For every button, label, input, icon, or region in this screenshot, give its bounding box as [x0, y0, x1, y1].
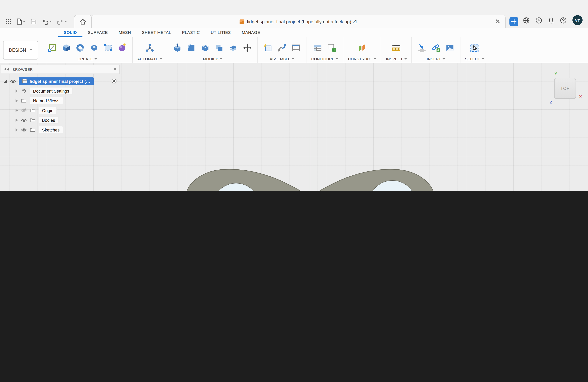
gear-icon	[21, 88, 27, 93]
collapsed-caret-icon[interactable]	[16, 118, 18, 122]
job-status-clock-icon[interactable]	[536, 17, 542, 23]
group-assemble-dropdown[interactable]: ASSEMBLE	[263, 56, 302, 62]
insert-derive-icon[interactable]	[416, 42, 427, 53]
notifications-bell-icon[interactable]	[548, 17, 554, 23]
dropdown-caret	[160, 58, 162, 59]
group-create-dropdown[interactable]: CREATE	[47, 56, 127, 62]
workspace-switcher[interactable]: DESIGN	[3, 41, 38, 59]
folder-icon	[21, 98, 27, 103]
group-select-dropdown[interactable]: SELECT	[465, 56, 484, 62]
ribbon-tabs: SOLID SURFACE MESH SHEET METAL PLASTIC U…	[0, 28, 588, 37]
undo-icon[interactable]	[42, 19, 52, 25]
insert-link-icon[interactable]	[430, 42, 441, 53]
group-modify-dropdown[interactable]: MODIFY	[172, 56, 253, 62]
tab-manage[interactable]: MANAGE	[236, 28, 266, 37]
group-label: INSPECT	[386, 57, 403, 61]
group-label: ASSEMBLE	[270, 57, 291, 61]
group-select: SELECT	[460, 37, 489, 63]
group-configure-dropdown[interactable]: CONFIGURE	[311, 56, 338, 62]
document-tab[interactable]: fidget spinner final project (hopefully …	[91, 15, 505, 28]
save-icon[interactable]	[30, 19, 37, 25]
configure-icon[interactable]	[313, 42, 323, 53]
create-box-icon[interactable]	[61, 42, 72, 53]
joint-icon[interactable]	[277, 42, 288, 53]
configuration-table-icon[interactable]	[326, 42, 337, 53]
fillet-icon[interactable]	[186, 42, 197, 53]
browser-item-document-settings[interactable]: Document Settings	[1, 86, 120, 95]
group-configure: CONFIGURE	[306, 37, 343, 63]
collapsed-caret-icon[interactable]	[16, 89, 18, 92]
combine-icon[interactable]	[214, 42, 225, 53]
tab-plastic[interactable]: PLASTIC	[177, 28, 205, 37]
dropdown-caret	[336, 58, 338, 59]
create-coil-icon[interactable]	[89, 42, 100, 53]
create-sketch-icon[interactable]	[47, 42, 58, 53]
collapsed-caret-icon[interactable]	[16, 99, 18, 102]
group-label: INSERT	[427, 57, 441, 61]
close-tab-icon[interactable]	[495, 19, 501, 24]
home-tab[interactable]	[74, 15, 92, 28]
create-pattern-icon[interactable]	[103, 42, 114, 53]
automate-icon[interactable]	[145, 42, 155, 53]
bom-table-icon[interactable]	[291, 42, 302, 53]
group-construct-dropdown[interactable]: CONSTRUCT	[348, 56, 376, 62]
visibility-eye-icon[interactable]	[10, 79, 16, 83]
group-label: CONSTRUCT	[348, 57, 372, 61]
dropdown-caret	[482, 58, 484, 59]
activate-component-radio[interactable]	[112, 79, 117, 84]
shell-icon[interactable]	[200, 42, 211, 53]
account-avatar[interactable]: VT	[572, 15, 583, 25]
group-automate-dropdown[interactable]: AUTOMATE	[137, 56, 162, 62]
group-label: AUTOMATE	[137, 57, 158, 61]
dropdown-caret	[23, 21, 25, 22]
measure-icon[interactable]	[391, 42, 402, 53]
browser-item-root[interactable]: fidget spinner final project (…	[1, 77, 120, 85]
axis-label-z: Z	[550, 100, 552, 104]
view-cube[interactable]: TOP Y X Z	[551, 73, 579, 104]
browser-item-bodies[interactable]: Bodies	[1, 116, 120, 125]
collapsed-caret-icon[interactable]	[16, 109, 18, 112]
browser-item-sketches[interactable]: Sketches	[1, 125, 120, 134]
new-tab-button[interactable]	[509, 17, 518, 26]
browser-item-label: Named Views	[30, 97, 63, 104]
new-file-icon[interactable]	[16, 18, 25, 25]
redo-icon[interactable]	[57, 19, 67, 25]
tab-sheet-metal[interactable]: SHEET METAL	[136, 28, 177, 37]
group-assemble: ASSEMBLE	[258, 37, 306, 63]
dropdown-caret	[292, 58, 294, 59]
insert-canvas-icon[interactable]	[444, 42, 455, 53]
browser-item-named-views[interactable]: Named Views	[1, 96, 120, 105]
titlebar: fidget spinner final project (hopefully …	[0, 0, 588, 28]
new-component-icon[interactable]	[263, 42, 273, 53]
browser-header[interactable]: BROWSER	[1, 64, 120, 74]
move-copy-icon[interactable]	[242, 42, 253, 53]
create-pipe-icon[interactable]	[75, 42, 85, 53]
create-form-icon[interactable]	[117, 42, 127, 53]
press-pull-icon[interactable]	[172, 42, 183, 53]
panel-grip-icon[interactable]	[114, 68, 116, 70]
collapsed-caret-icon[interactable]	[16, 128, 18, 131]
offset-face-icon[interactable]	[228, 42, 239, 53]
group-automate: AUTOMATE	[132, 37, 167, 63]
tab-utilities[interactable]: UTILITIES	[205, 28, 236, 37]
help-icon[interactable]	[560, 17, 567, 23]
select-icon[interactable]	[469, 42, 480, 53]
visibility-eye-icon[interactable]	[21, 118, 27, 122]
expanded-caret-icon[interactable]	[4, 80, 7, 83]
root-component-row[interactable]: fidget spinner final project (…	[19, 77, 94, 85]
group-insert-dropdown[interactable]: INSERT	[416, 56, 455, 62]
collapse-panel-icon[interactable]	[4, 68, 9, 71]
browser-item-origin[interactable]: Origin	[1, 106, 120, 115]
group-label: MODIFY	[203, 57, 218, 61]
visibility-eye-off-icon[interactable]	[21, 108, 27, 112]
tab-surface[interactable]: SURFACE	[82, 28, 113, 37]
app-grid-icon[interactable]	[5, 19, 11, 24]
offset-plane-icon[interactable]	[357, 42, 368, 53]
view-cube-face[interactable]: TOP	[554, 78, 576, 99]
tab-mesh[interactable]: MESH	[113, 28, 136, 37]
tab-solid[interactable]: SOLID	[58, 28, 82, 37]
group-label: CONFIGURE	[311, 57, 335, 61]
group-inspect-dropdown[interactable]: INSPECT	[386, 56, 407, 62]
visibility-eye-icon[interactable]	[21, 128, 27, 132]
extensions-globe-icon[interactable]	[523, 17, 530, 23]
